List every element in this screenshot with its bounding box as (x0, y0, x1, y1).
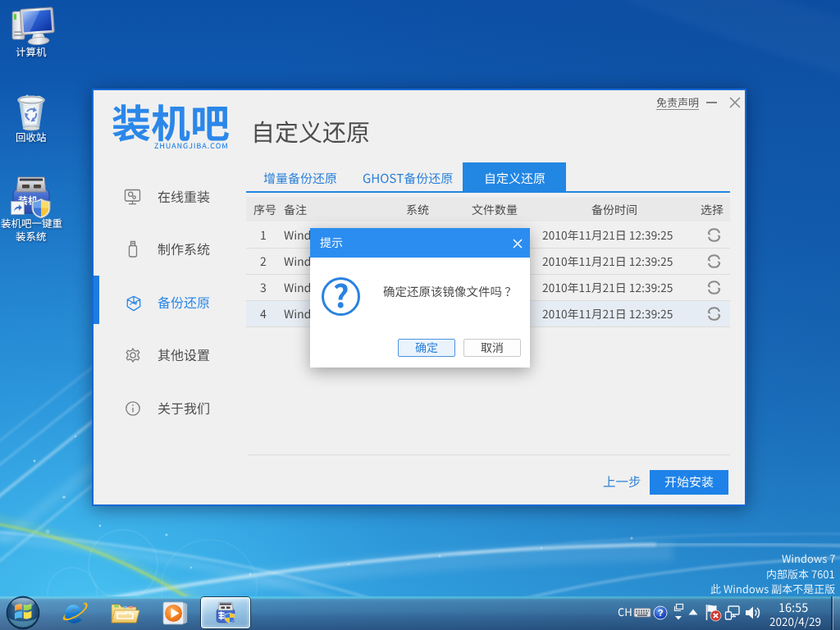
svg-text:?: ? (658, 608, 664, 618)
